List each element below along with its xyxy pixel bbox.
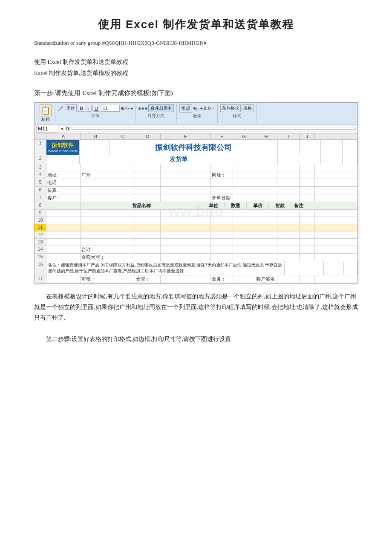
cell-h12 <box>255 231 277 238</box>
cell-qty-header: 数量 <box>225 202 247 209</box>
col-header-g: G <box>233 133 255 139</box>
cell-f11 <box>211 224 233 231</box>
cell-b17: 审核： <box>81 275 111 283</box>
row-num-1: 1 <box>35 140 46 155</box>
ribbon-number-group: 常规 % , +.0 .0→ 数字 <box>177 104 218 123</box>
ribbon-font-group: 🖌️ 宋体 B I U 11 ⊞ A▾ ▾ 字体 <box>55 104 136 123</box>
cell-i16 <box>324 261 343 275</box>
align-right-icon[interactable]: ≡ <box>145 106 147 111</box>
cell-j17 <box>300 275 315 283</box>
cell-a2 <box>46 155 80 164</box>
conditional-format-button[interactable]: 条件格式 <box>220 104 241 112</box>
cell-h16 <box>304 261 324 275</box>
align-center-icon[interactable]: ≡ <box>141 106 144 111</box>
cell-h5 <box>255 179 277 186</box>
cell-j14 <box>300 246 315 253</box>
decimal-dec-button[interactable]: .0→ <box>207 106 215 111</box>
cell-f4: 网址： <box>211 171 233 179</box>
dropdown-arrow-icon[interactable]: ▼ <box>60 127 64 131</box>
cell-notes-16: 备注：感谢您使用本厂产品,为了保障双方利益,货到签收后如有质量或数量问题,请在7… <box>46 261 285 275</box>
cell-e3 <box>161 164 211 171</box>
align-left-icon[interactable]: ≡ <box>138 106 141 111</box>
style-buttons: 条件格式 表格 <box>220 104 254 112</box>
cell-j1 <box>343 140 357 155</box>
cell-i4 <box>277 171 300 179</box>
cell-i3 <box>277 164 300 171</box>
cell-a3 <box>46 164 81 171</box>
decimal-inc-button[interactable]: +.0 <box>200 106 206 111</box>
font-color-icon[interactable]: ▾ <box>131 106 133 111</box>
cell-c13 <box>111 239 135 246</box>
cell-d17: 仓管： <box>135 275 161 283</box>
cell-c15 <box>111 254 135 261</box>
cell-g14 <box>233 246 255 253</box>
grid-row-12: 12 <box>35 231 357 239</box>
cell-e15 <box>161 254 211 261</box>
cell-i7 <box>277 194 300 202</box>
cell-h6 <box>255 187 277 194</box>
font-name-box[interactable]: 宋体 <box>65 104 77 112</box>
grid-row-6: 6 传真： <box>35 187 357 194</box>
cell-c14 <box>111 246 135 253</box>
cell-a17 <box>46 275 81 283</box>
cell-c3 <box>111 164 135 171</box>
cell-a9 <box>46 210 81 217</box>
align-group-label: 对齐方式 <box>147 113 164 119</box>
cell-f13 <box>211 239 233 246</box>
cell-b5 <box>81 179 111 186</box>
cell-h1 <box>300 140 321 155</box>
italic-button[interactable]: I <box>86 105 92 112</box>
border-icon[interactable]: ⊞ <box>121 106 124 111</box>
cell-c6 <box>111 187 135 194</box>
formula-input[interactable] <box>72 128 356 130</box>
cell-g11 <box>233 224 255 231</box>
cell-h3 <box>255 164 277 171</box>
merge-center-button[interactable]: 合并后居中 <box>148 104 174 112</box>
styles-group-label: 样式 <box>233 113 241 119</box>
cell-g3 <box>233 164 255 171</box>
cell-g10 <box>233 217 255 224</box>
cell-j10 <box>300 217 315 224</box>
cell-j2 <box>343 155 357 164</box>
bold-button[interactable]: B <box>78 105 85 112</box>
font-size-box[interactable]: 11 <box>101 105 120 112</box>
cell-b7 <box>81 194 111 202</box>
cell-i2 <box>321 155 343 164</box>
cell-h15 <box>255 254 277 261</box>
grid-area: ww.bdo 1 振剑软件 WWW.ZJS00.COM 振剑软件科技有限公司 2… <box>35 140 357 283</box>
cell-reference-box[interactable]: M11 <box>36 125 58 133</box>
row-num-6: 6 <box>35 187 46 194</box>
cell-i5 <box>277 179 300 186</box>
comma-button[interactable]: , <box>198 106 199 111</box>
table-format-button[interactable]: 表格 <box>242 104 254 112</box>
grid-row-11: 11 <box>35 224 357 231</box>
cell-j7 <box>300 194 315 202</box>
grid-row-13: 13 <box>35 239 357 246</box>
cell-c12 <box>111 231 135 238</box>
grid-row-1: 1 振剑软件 WWW.ZJS00.COM 振剑软件科技有限公司 <box>35 140 357 155</box>
cell-f12 <box>211 231 233 238</box>
cell-doc-type: 发货单 <box>80 155 278 164</box>
fill-color-icon[interactable]: A▾ <box>125 106 130 111</box>
format-brush-icon[interactable]: 🖌️ <box>58 106 63 111</box>
underline-button[interactable]: U <box>92 105 100 112</box>
general-format-box[interactable]: 常规 <box>179 104 192 113</box>
percent-button[interactable]: % <box>193 106 197 111</box>
cell-g9 <box>233 210 255 217</box>
cell-j16 <box>344 261 357 275</box>
font-group-label: 字体 <box>91 113 100 119</box>
cell-e17 <box>161 275 211 283</box>
paste-icon[interactable]: 📋 <box>40 104 52 116</box>
cell-e11 <box>161 224 211 231</box>
cell-f9 <box>211 210 233 217</box>
cell-b4: 广州 <box>81 171 111 179</box>
cell-g4 <box>233 171 255 179</box>
cell-g7 <box>233 194 255 202</box>
cell-b10 <box>81 217 111 224</box>
cell-f6 <box>211 187 233 194</box>
fx-label: fx <box>66 126 70 132</box>
cell-note-header: 备注 <box>291 202 306 209</box>
cell-d14 <box>135 246 161 253</box>
row-num-4: 4 <box>35 171 46 179</box>
cell-b6 <box>81 187 111 194</box>
